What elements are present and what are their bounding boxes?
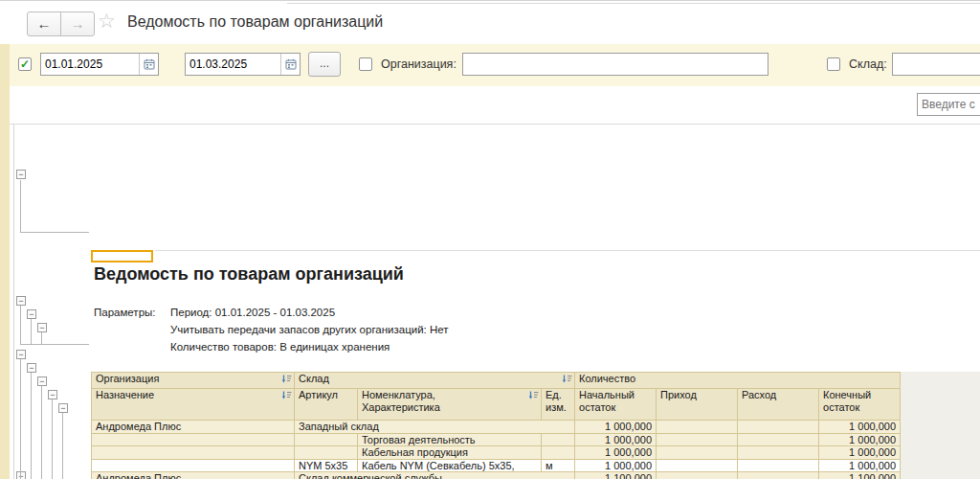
header-closing-balance[interactable]: Конечный остаток <box>819 389 901 421</box>
table-cell <box>738 472 819 479</box>
report-parameter: Период: 01.01.2025 - 01.03.2025 <box>170 307 335 318</box>
table-row: Торговая деятельность1 000,0001 000,000 <box>92 433 901 446</box>
table-row: Андромеда ПлюсЗападный склад1 000,0001 0… <box>92 421 901 434</box>
table-cell: 1 000,000 <box>575 459 657 472</box>
table-cell <box>295 446 358 460</box>
header-unit[interactable]: Ед. изм. <box>542 389 575 421</box>
group-collapse-toggle[interactable]: − <box>16 170 26 179</box>
header-article[interactable]: Артикул <box>295 389 358 421</box>
date-from-field[interactable] <box>40 53 159 76</box>
sort-icon[interactable] <box>528 391 539 403</box>
calendar-icon[interactable] <box>280 54 300 75</box>
header-opening-balance[interactable]: Начальный остаток <box>575 389 657 421</box>
header-expense[interactable]: Расход <box>738 389 819 421</box>
table-cell <box>542 446 575 460</box>
table-cell: Кабель NYM (Севкабель) 5x35, <box>358 459 542 472</box>
sheet-left-border <box>13 125 14 479</box>
group-tree-line <box>31 319 32 344</box>
group-collapse-toggle[interactable]: − <box>16 296 26 306</box>
table-cell: 1 000,000 <box>575 446 657 460</box>
table-cell <box>657 433 738 446</box>
organization-checkbox[interactable] <box>359 57 372 71</box>
table-cell: 1 100,000 <box>575 472 657 479</box>
table-cell <box>738 446 819 460</box>
group-tree-line <box>62 413 63 479</box>
table-row: Кабельная продукция1 000,0001 000,000 <box>92 446 901 460</box>
warehouse-checkbox[interactable] <box>827 57 840 71</box>
group-collapse-toggle[interactable]: − <box>37 323 47 332</box>
quick-sum-field[interactable] <box>917 93 980 116</box>
group-tree-line <box>20 180 21 232</box>
calendar-icon[interactable] <box>139 54 158 75</box>
table-cell <box>657 472 738 479</box>
back-button[interactable]: ← <box>27 11 61 36</box>
header-quantity[interactable]: Количество <box>575 373 901 389</box>
nav-bar: ← → ☆ Ведомость по товарам организаций <box>0 0 980 43</box>
organization-input[interactable] <box>463 54 768 75</box>
group-collapse-toggle[interactable]: − <box>27 363 36 373</box>
organization-label: Организация: <box>381 57 457 71</box>
window-title: Ведомость по товарам организаций <box>127 13 383 31</box>
table-cell: 1 100,000 <box>819 472 901 479</box>
forward-arrow-icon: → <box>71 15 85 32</box>
table-cell <box>657 459 738 472</box>
group-tree-line <box>31 373 32 479</box>
report-sheet: Ведомость по товарам организаций Парамет… <box>0 125 980 479</box>
table-cell <box>92 446 295 460</box>
favorite-star-icon[interactable]: ☆ <box>98 10 116 33</box>
period-options-button[interactable]: ... <box>308 52 341 77</box>
organization-field[interactable] <box>462 53 768 76</box>
group-collapse-toggle[interactable]: − <box>37 376 47 386</box>
table-cell: Торговая деятельность <box>358 433 542 446</box>
group-collapse-toggle[interactable]: − <box>16 471 26 479</box>
table-cell <box>738 459 819 472</box>
header-nomenclature[interactable]: Номенклатура, Характеристика <box>358 389 542 421</box>
table-cell: Склад коммерческой службы <box>295 472 575 479</box>
warehouse-label: Склад: <box>849 57 887 71</box>
group-tree-line <box>20 232 89 233</box>
quick-sum-input[interactable] <box>918 94 980 115</box>
sheet-right-margin <box>901 372 980 479</box>
report-toolbar: Сформировать Настройки... ▾ Разворачиват… <box>0 86 980 125</box>
table-cell <box>542 433 575 446</box>
forward-button[interactable]: → <box>60 11 95 36</box>
sort-icon[interactable] <box>562 375 572 387</box>
header-organization[interactable]: Организация <box>92 373 295 389</box>
table-cell: Андромеда Плюс <box>92 421 295 434</box>
date-to-field[interactable] <box>185 53 301 76</box>
back-arrow-icon: ← <box>37 15 52 32</box>
group-collapse-toggle[interactable]: − <box>16 350 26 359</box>
table-cell: 1 000,000 <box>819 421 901 434</box>
warehouse-input[interactable] <box>893 54 980 75</box>
table-cell: 1 000,000 <box>819 446 901 460</box>
table-row: Андромеда ПлюсСклад коммерческой службы1… <box>92 472 901 479</box>
group-collapse-toggle[interactable]: − <box>48 390 57 399</box>
table-cell <box>738 433 819 446</box>
header-income[interactable]: Приход <box>657 389 738 421</box>
tab-divider <box>287 3 980 4</box>
table-cell: Западный склад <box>295 421 575 434</box>
table-cell <box>738 421 819 434</box>
header-warehouse[interactable]: Склад <box>295 373 575 389</box>
header-purpose[interactable]: Назначение <box>92 389 295 421</box>
report-parameter: Учитывать передачи запасов других органи… <box>170 324 449 335</box>
report-title: Ведомость по товарам организаций <box>94 264 404 285</box>
warehouse-field[interactable] <box>892 53 980 76</box>
table-cell: 1 000,000 <box>575 421 657 434</box>
table-cell: NYM 5x35 <box>295 459 358 472</box>
table-cell: 1 000,000 <box>819 433 901 446</box>
sort-icon[interactable] <box>281 391 292 403</box>
period-checkbox[interactable]: ✓ <box>18 57 32 71</box>
sort-icon[interactable] <box>281 375 292 387</box>
report-table: Организация Склад Количество Назначение <box>91 372 901 479</box>
table-row: NYM 5x35Кабель NYM (Севкабель) 5x35,м1 0… <box>92 459 901 472</box>
filter-panel: ✓ – ... Организация: ▼ × Склад: <box>0 44 980 86</box>
left-accent-strip <box>0 44 10 479</box>
table-cell <box>92 459 295 472</box>
selected-cell-cursor[interactable] <box>91 250 153 262</box>
table-cell: Кабельная продукция <box>358 446 542 460</box>
table-cell: 1 000,000 <box>819 459 901 472</box>
group-collapse-toggle[interactable]: − <box>27 309 36 319</box>
group-collapse-toggle[interactable]: − <box>58 403 68 413</box>
group-tree-line <box>20 359 21 479</box>
